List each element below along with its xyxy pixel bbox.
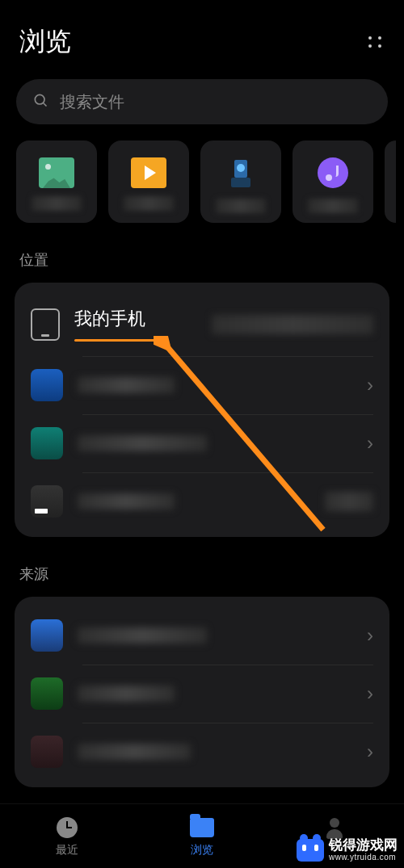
nav-recent[interactable]: 最近 <box>55 816 79 858</box>
location-card: 我的手机 › › <box>15 283 389 537</box>
nav-browse-label: 浏览 <box>191 843 213 858</box>
location-item[interactable]: › <box>15 356 389 414</box>
svg-line-1 <box>44 103 47 107</box>
category-label <box>124 196 174 211</box>
header: 浏览 <box>0 0 404 74</box>
source-card: › › › <box>15 597 389 787</box>
section-title-location: 位置 <box>0 223 404 278</box>
category-label <box>32 196 82 211</box>
nav-recent-label: 最近 <box>56 843 78 858</box>
location-thumb <box>31 427 63 459</box>
location-label <box>78 435 207 451</box>
more-options-icon[interactable] <box>365 32 385 52</box>
svg-point-0 <box>35 94 44 104</box>
category-videos[interactable] <box>108 140 189 223</box>
search-placeholder: 搜索文件 <box>60 91 124 113</box>
source-label <box>78 686 175 702</box>
storage-info <box>212 315 373 334</box>
watermark: 锐得游戏网 www.ytruida.com <box>297 838 398 862</box>
chevron-right-icon: › <box>367 432 373 455</box>
page-title: 浏览 <box>19 24 71 60</box>
chevron-right-icon: › <box>367 374 373 396</box>
watermark-url: www.ytruida.com <box>329 853 398 862</box>
category-misc[interactable] <box>200 140 281 223</box>
source-thumb <box>31 736 63 768</box>
folder-icon <box>190 818 214 837</box>
source-item[interactable]: › <box>15 603 389 665</box>
watermark-brand: 锐得游戏网 <box>329 838 398 852</box>
clock-icon <box>57 817 78 838</box>
category-audio[interactable] <box>292 140 373 223</box>
location-item[interactable]: › <box>15 414 389 472</box>
my-phone-label: 我的手机 <box>74 307 197 331</box>
category-label <box>216 199 266 213</box>
misc-icon <box>223 155 259 191</box>
people-icon <box>325 818 349 839</box>
location-thumb <box>31 369 63 401</box>
audio-icon <box>318 157 348 188</box>
source-label <box>78 627 207 644</box>
nav-browse[interactable]: 浏览 <box>190 816 214 858</box>
chevron-right-icon: › <box>367 740 373 763</box>
location-thumb <box>31 485 63 518</box>
location-label <box>78 493 175 509</box>
phone-icon <box>31 308 60 341</box>
category-tiles <box>0 137 404 223</box>
source-item[interactable]: › <box>15 665 389 723</box>
location-item[interactable] <box>15 472 389 530</box>
location-detail <box>325 492 373 511</box>
image-icon <box>39 157 74 188</box>
chevron-right-icon: › <box>367 682 373 705</box>
source-item[interactable]: › <box>15 723 389 781</box>
search-icon <box>32 92 48 111</box>
chevron-right-icon: › <box>367 624 373 647</box>
category-label <box>308 199 358 213</box>
section-title-source: 来源 <box>0 537 404 592</box>
video-icon <box>131 157 166 188</box>
highlight-underline <box>74 339 163 342</box>
location-label <box>78 377 175 393</box>
location-my-phone[interactable]: 我的手机 <box>15 289 389 356</box>
search-input[interactable]: 搜索文件 <box>16 79 388 124</box>
source-thumb <box>31 619 63 652</box>
category-more[interactable] <box>385 140 396 223</box>
source-thumb <box>31 677 63 710</box>
svg-rect-3 <box>231 178 250 187</box>
svg-point-4 <box>237 164 245 172</box>
category-images[interactable] <box>16 140 97 223</box>
source-label <box>78 744 191 760</box>
watermark-logo-icon <box>297 839 324 862</box>
